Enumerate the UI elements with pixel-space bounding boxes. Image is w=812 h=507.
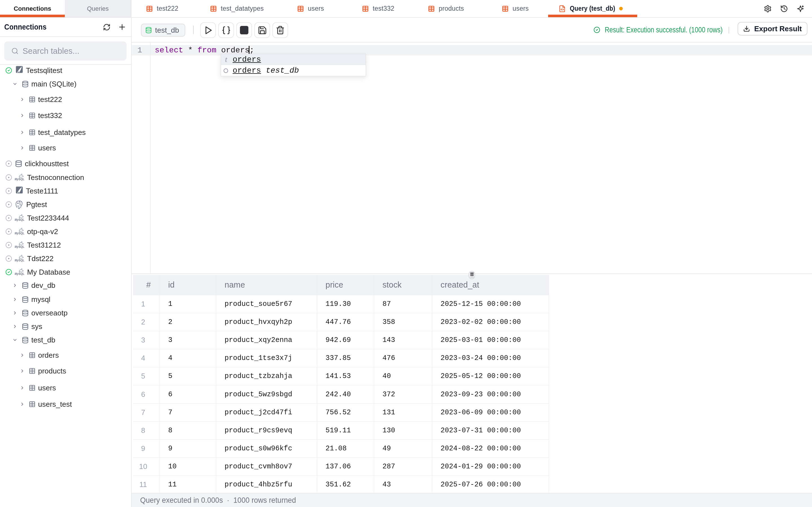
svg-text:My: My bbox=[15, 259, 18, 262]
svg-text:SQL: SQL bbox=[18, 245, 24, 248]
svg-text:SQL: SQL bbox=[18, 259, 24, 262]
svg-text:SQL: SQL bbox=[18, 178, 24, 181]
svg-text:My: My bbox=[15, 272, 18, 276]
svg-text:My: My bbox=[15, 178, 18, 181]
svg-text:SQL: SQL bbox=[18, 232, 24, 235]
svg-text:My: My bbox=[15, 245, 18, 248]
svg-text:My: My bbox=[15, 218, 18, 221]
svg-text:My: My bbox=[15, 232, 18, 235]
svg-text:SQL: SQL bbox=[18, 218, 24, 221]
svg-text:SQL: SQL bbox=[18, 272, 24, 276]
